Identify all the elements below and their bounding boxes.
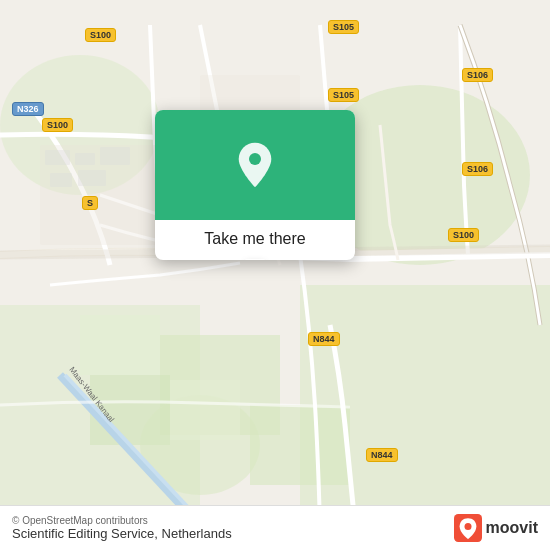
road-label-s105-mid: S105 — [328, 88, 359, 102]
road-label-s100-left: S100 — [42, 118, 73, 132]
popup-card: Take me there — [155, 110, 355, 260]
svg-rect-15 — [100, 147, 130, 165]
svg-rect-10 — [170, 380, 240, 440]
location-name: Scientific Editing Service, Netherlands — [12, 526, 232, 541]
svg-rect-13 — [45, 150, 70, 165]
svg-rect-16 — [50, 173, 72, 187]
road-label-s100-right: S100 — [448, 228, 479, 242]
road-label-n326: N326 — [12, 102, 44, 116]
road-label-s106-mid: S106 — [462, 162, 493, 176]
popup-header — [155, 110, 355, 220]
svg-rect-9 — [80, 315, 160, 375]
map-svg — [0, 0, 550, 550]
moovit-text: moovit — [486, 519, 538, 537]
road-label-s-small: S — [82, 196, 98, 210]
svg-rect-17 — [78, 170, 106, 186]
svg-point-21 — [464, 523, 471, 530]
take-me-there-button[interactable]: Take me there — [204, 230, 305, 248]
road-label-n844-center: N844 — [308, 332, 340, 346]
bottom-bar: © OpenStreetMap contributors Scientific … — [0, 505, 550, 550]
road-label-s100-top: S100 — [85, 28, 116, 42]
svg-point-19 — [249, 153, 261, 165]
map-container: S100 S105 S105 S106 S106 S100 S100 N844 … — [0, 0, 550, 550]
copyright-text: © OpenStreetMap contributors — [12, 515, 232, 526]
road-label-n844-bottom: N844 — [366, 448, 398, 462]
popup-tail — [245, 259, 265, 260]
road-label-s106-top: S106 — [462, 68, 493, 82]
road-label-s105-top: S105 — [328, 20, 359, 34]
location-pin-icon — [231, 141, 279, 189]
popup-button-area: Take me there — [155, 220, 355, 260]
bottom-left: © OpenStreetMap contributors Scientific … — [12, 515, 232, 541]
svg-rect-11 — [250, 405, 350, 485]
svg-rect-14 — [75, 153, 95, 165]
moovit-logo: moovit — [454, 514, 538, 542]
moovit-icon — [454, 514, 482, 542]
